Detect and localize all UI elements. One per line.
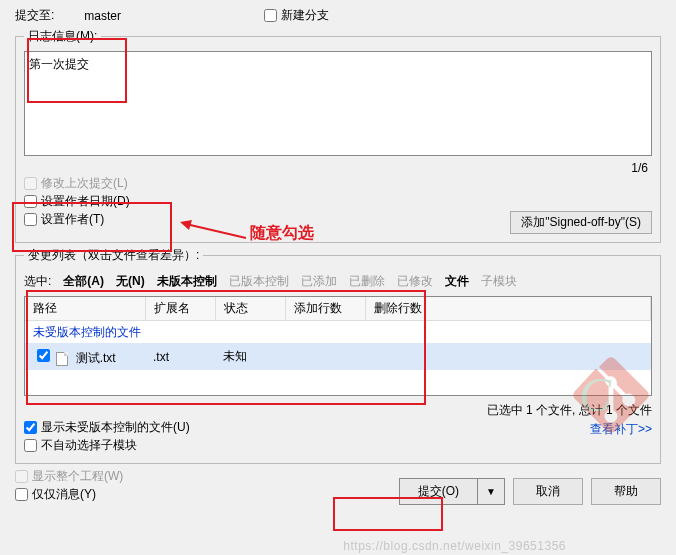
set-author-date-label: 设置作者日期(D) bbox=[41, 193, 130, 210]
filter-files[interactable]: 文件 bbox=[445, 273, 469, 290]
help-button[interactable]: 帮助 bbox=[591, 478, 661, 505]
changes-legend: 变更列表（双击文件查看差异）: bbox=[24, 247, 203, 264]
col-status[interactable]: 状态 bbox=[215, 297, 285, 321]
filter-deleted: 已删除 bbox=[349, 273, 385, 290]
commit-split-button[interactable]: 提交(O) ▼ bbox=[399, 478, 505, 505]
file-table-wrap: 路径 扩展名 状态 添加行数 删除行数 未受版本控制的文件 bbox=[24, 296, 652, 396]
col-path[interactable]: 路径 bbox=[25, 297, 145, 321]
cell-add bbox=[285, 343, 365, 370]
amend-last-label: 修改上次提交(L) bbox=[41, 175, 128, 192]
new-branch-checkbox[interactable]: 新建分支 bbox=[264, 7, 329, 24]
show-unversioned-label: 显示未受版本控制的文件(U) bbox=[41, 419, 190, 436]
cancel-button[interactable]: 取消 bbox=[513, 478, 583, 505]
commit-dropdown[interactable]: ▼ bbox=[478, 479, 504, 504]
new-branch-label: 新建分支 bbox=[281, 7, 329, 24]
filter-none[interactable]: 无(N) bbox=[116, 273, 145, 290]
only-message-input[interactable] bbox=[15, 488, 28, 501]
set-author-checkbox[interactable]: 设置作者(T) bbox=[24, 211, 104, 228]
select-label: 选中: bbox=[24, 273, 51, 290]
csdn-watermark: https://blog.csdn.net/weixin_39651356 bbox=[343, 539, 566, 553]
row-checkbox[interactable] bbox=[37, 349, 50, 362]
set-author-date-input[interactable] bbox=[24, 195, 37, 208]
show-whole-project-input bbox=[15, 470, 28, 483]
no-auto-submodule-label: 不自动选择子模块 bbox=[41, 437, 137, 454]
set-author-label: 设置作者(T) bbox=[41, 211, 104, 228]
filter-modified: 已修改 bbox=[397, 273, 433, 290]
new-branch-input[interactable] bbox=[264, 9, 277, 22]
only-message-label: 仅仅消息(Y) bbox=[32, 486, 96, 503]
col-addlines[interactable]: 添加行数 bbox=[285, 297, 365, 321]
selection-summary: 已选中 1 个文件, 总计 1 个文件 bbox=[24, 402, 652, 419]
table-row[interactable]: 测试.txt .txt 未知 bbox=[25, 343, 651, 370]
cell-ext: .txt bbox=[145, 343, 215, 370]
file-table: 路径 扩展名 状态 添加行数 删除行数 未受版本控制的文件 bbox=[25, 297, 651, 370]
filter-unversioned[interactable]: 未版本控制 bbox=[157, 273, 217, 290]
no-auto-submodule-checkbox[interactable]: 不自动选择子模块 bbox=[24, 437, 137, 454]
show-unversioned-input[interactable] bbox=[24, 421, 37, 434]
filter-added: 已添加 bbox=[301, 273, 337, 290]
commit-message-textarea[interactable] bbox=[24, 51, 652, 156]
cell-del bbox=[365, 343, 651, 370]
filter-row: 选中: 全部(A) 无(N) 未版本控制 已版本控制 已添加 已删除 已修改 文… bbox=[24, 273, 652, 290]
file-name: 测试.txt bbox=[76, 351, 116, 365]
amend-last-checkbox: 修改上次提交(L) bbox=[24, 175, 128, 192]
commit-target-row: 提交至: master 新建分支 bbox=[15, 7, 661, 24]
show-whole-project-checkbox: 显示整个工程(W) bbox=[15, 468, 123, 485]
filter-versioned: 已版本控制 bbox=[229, 273, 289, 290]
col-dellines[interactable]: 删除行数 bbox=[365, 297, 651, 321]
file-icon bbox=[56, 352, 68, 366]
view-patch-link[interactable]: 查看补丁>> bbox=[590, 421, 652, 438]
log-message-fieldset: 日志信息(M): 1/6 修改上次提交(L) 设置作者日期(D) 设置作者(T)… bbox=[15, 28, 661, 243]
changes-fieldset: 变更列表（双击文件查看差异）: 选中: 全部(A) 无(N) 未版本控制 已版本… bbox=[15, 247, 661, 464]
group-label: 未受版本控制的文件 bbox=[25, 321, 651, 344]
set-author-date-checkbox[interactable]: 设置作者日期(D) bbox=[24, 193, 130, 210]
cell-path[interactable]: 测试.txt bbox=[25, 343, 145, 370]
log-message-legend: 日志信息(M): bbox=[24, 28, 101, 45]
no-auto-submodule-input[interactable] bbox=[24, 439, 37, 452]
show-whole-project-label: 显示整个工程(W) bbox=[32, 468, 123, 485]
filter-all[interactable]: 全部(A) bbox=[63, 273, 104, 290]
char-counter: 1/6 bbox=[24, 159, 652, 175]
amend-last-input bbox=[24, 177, 37, 190]
cell-status: 未知 bbox=[215, 343, 285, 370]
group-row: 未受版本控制的文件 bbox=[25, 321, 651, 344]
branch-name: master bbox=[84, 9, 164, 23]
filter-submodules: 子模块 bbox=[481, 273, 517, 290]
commit-to-label: 提交至: bbox=[15, 7, 54, 24]
show-unversioned-checkbox[interactable]: 显示未受版本控制的文件(U) bbox=[24, 419, 190, 436]
set-author-input[interactable] bbox=[24, 213, 37, 226]
only-message-checkbox[interactable]: 仅仅消息(Y) bbox=[15, 486, 96, 503]
col-ext[interactable]: 扩展名 bbox=[145, 297, 215, 321]
signed-off-button[interactable]: 添加"Signed-off-by"(S) bbox=[510, 211, 652, 234]
commit-button[interactable]: 提交(O) bbox=[400, 479, 478, 504]
